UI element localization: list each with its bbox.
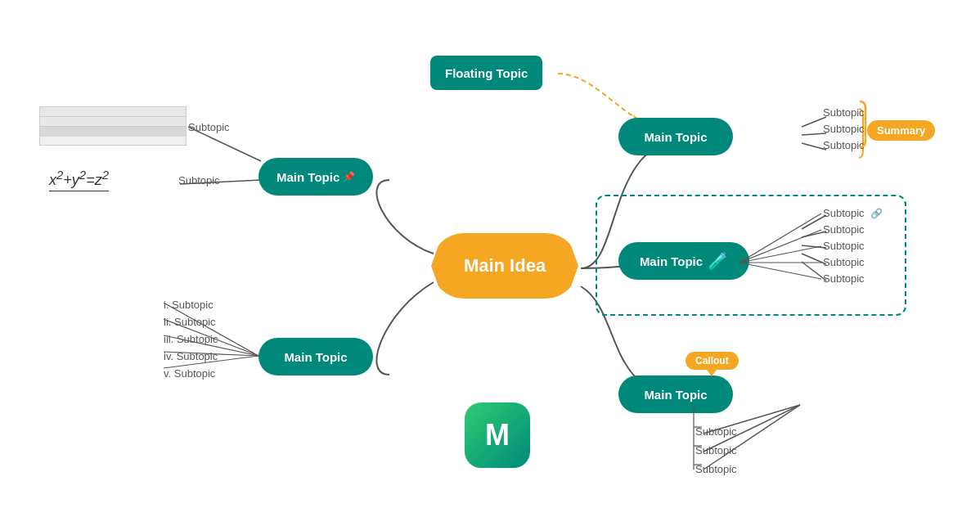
floating-topic-node[interactable]: Floating Topic	[430, 56, 542, 90]
callout-bubble: Callout	[686, 352, 739, 370]
link-icon-1: 🔗	[870, 208, 883, 219]
summary-badge[interactable]: Summary	[867, 120, 935, 141]
subtopic-r-3: Subtopic	[823, 240, 865, 252]
main-topic-top-right[interactable]: Main Topic	[618, 118, 733, 155]
flask-icon: 🧪	[708, 251, 728, 271]
ordered-subtopic-lines	[164, 296, 263, 394]
main-topic-top-right-label: Main Topic	[644, 130, 707, 144]
floating-topic-label: Floating Topic	[445, 66, 528, 80]
svg-line-14	[739, 214, 821, 263]
subtopic-lines-br	[686, 406, 702, 479]
main-topic-left-bottom[interactable]: Main Topic	[258, 338, 373, 375]
svg-line-15	[739, 230, 821, 263]
main-idea-label: Main Idea	[464, 255, 546, 276]
main-topic-left-bottom-label: Main Topic	[284, 350, 347, 364]
main-topic-left-top[interactable]: Main Topic 📌	[258, 158, 373, 196]
subtopic-lt-table: Subtopic	[188, 121, 230, 133]
svg-line-24	[164, 319, 258, 356]
math-formula-subtopic: x2+y2=z2	[49, 168, 109, 191]
svg-line-23	[164, 303, 258, 356]
app-icon-letter: M	[485, 418, 510, 452]
subtopic-lines-right	[739, 207, 826, 289]
app-icon[interactable]: M	[465, 402, 530, 468]
subtopic-r-4: Subtopic	[823, 256, 865, 268]
main-topic-left-top-label: Main Topic	[276, 170, 339, 184]
pin-icon-topic: 📌	[343, 171, 355, 182]
subtopic-r-5: Subtopic	[823, 272, 865, 285]
table-subtopic-img	[39, 106, 187, 146]
main-topic-bottom-right-label: Main Topic	[644, 388, 707, 402]
subtopic-r-1: Subtopic 🔗	[823, 207, 883, 219]
main-idea-node[interactable]: Main Idea	[431, 233, 578, 299]
main-topic-right[interactable]: Main Topic 🧪	[618, 242, 749, 280]
subtopic-lt-math: Subtopic	[178, 174, 220, 187]
svg-line-27	[164, 356, 258, 368]
svg-line-18	[739, 263, 821, 279]
subtopic-r-2: Subtopic	[823, 223, 865, 236]
main-topic-right-label: Main Topic	[640, 254, 703, 268]
main-topic-bottom-right[interactable]: Main Topic	[618, 375, 733, 413]
svg-line-16	[739, 246, 821, 263]
